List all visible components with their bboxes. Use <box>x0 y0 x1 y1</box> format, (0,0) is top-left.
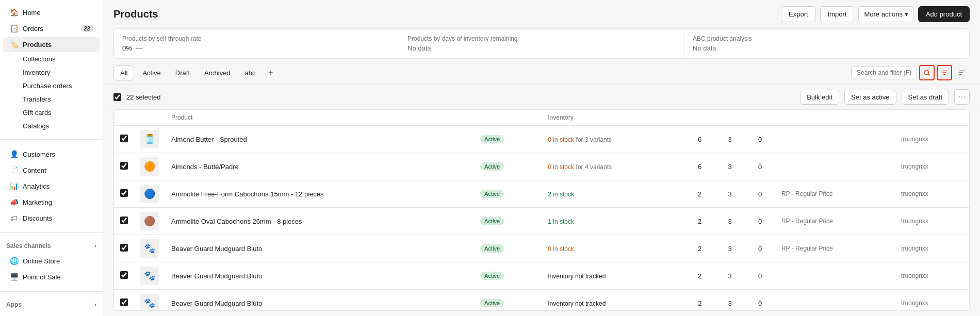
filter-list-icon-btn[interactable] <box>937 65 952 80</box>
variants-count: 3 <box>715 208 745 235</box>
table-row: 🐾 Beaver Guard Mudguard Bluto Active Inv… <box>114 290 969 311</box>
set-active-button[interactable]: Set as active <box>844 90 896 105</box>
discounts-icon: 🏷 <box>9 213 19 223</box>
stat-sell-through[interactable]: Products by sell-through rate 0% — <box>114 29 399 58</box>
stat-days-inventory[interactable]: Products by days of inventory remaining … <box>399 29 684 58</box>
tab-draft[interactable]: Draft <box>169 66 196 80</box>
price-tier <box>775 262 895 290</box>
product-name[interactable]: Ammolite Free-Form Cabochons 15mm - 12 p… <box>171 190 324 198</box>
sort-icon-btn[interactable] <box>954 65 970 80</box>
row-checkbox[interactable] <box>120 217 128 224</box>
markets-count: 6 <box>684 126 715 153</box>
tab-archived[interactable]: Archived <box>198 66 237 80</box>
product-thumbnail: 🐾 <box>140 294 159 311</box>
stat-sell-through-value: 0% — <box>122 44 390 52</box>
product-table: Product Inventory 🫙 Almond Butter - Spro… <box>113 109 970 311</box>
orders-icon: 📋 <box>9 24 19 33</box>
price-tier <box>775 126 895 153</box>
sales-channels-expand-icon[interactable]: › <box>94 242 96 250</box>
stat-days-inventory-title: Products by days of inventory remaining <box>407 35 676 42</box>
stat-abc-title: ABC product analysis <box>693 35 961 42</box>
sidebar-item-products[interactable]: 🏷️ Products <box>3 37 100 52</box>
add-filter-button[interactable]: + <box>264 66 277 79</box>
row-checkbox[interactable] <box>120 162 128 170</box>
markets-count: 2 <box>684 235 715 262</box>
tab-abc[interactable]: abc <box>239 66 262 80</box>
export-button[interactable]: Export <box>781 6 816 22</box>
num4-count: 0 <box>745 180 775 208</box>
product-name[interactable]: Beaver Guard Mudguard Bluto <box>171 300 262 307</box>
product-thumbnail: 🐾 <box>140 267 159 285</box>
sort-icon <box>958 69 966 76</box>
marketing-icon: 📣 <box>9 197 19 207</box>
stock-label: 2 in stock <box>548 191 574 198</box>
row-checkbox[interactable] <box>120 271 128 279</box>
row-checkbox[interactable] <box>120 135 128 142</box>
more-actions-button[interactable]: More actions ▾ <box>858 6 913 22</box>
row-checkbox[interactable] <box>120 189 128 197</box>
add-product-button[interactable]: Add product <box>918 6 970 22</box>
product-name[interactable]: Almond Butter - Sprouted <box>171 136 247 143</box>
variants-count: 3 <box>715 180 745 208</box>
vendor-name: truongnxx <box>895 235 969 262</box>
search-icon-btn[interactable] <box>919 65 935 80</box>
num4-count: 0 <box>745 290 775 311</box>
sidebar-item-gift-cards[interactable]: Gift cards <box>3 106 100 119</box>
sidebar-item-home[interactable]: 🏠 Home <box>3 5 100 20</box>
sidebar-item-customers[interactable]: 👤 Customers <box>3 146 100 162</box>
sidebar-customers-label: Customers <box>23 151 55 158</box>
product-name[interactable]: Ammolite Oval Cabochons 26mm - 8 pieces <box>171 218 302 225</box>
vendor-name: truongnxx <box>895 208 969 235</box>
search-filter-box[interactable]: Search and filter (F) <box>851 66 917 79</box>
status-badge: Active <box>480 244 504 253</box>
sidebar-item-inventory[interactable]: Inventory <box>3 66 100 79</box>
sidebar-pos-label: Point of Sale <box>23 273 61 281</box>
apps-expand-icon[interactable]: › <box>94 301 96 308</box>
sidebar-item-discounts[interactable]: 🏷 Discounts <box>3 210 100 226</box>
sidebar-item-analytics[interactable]: 📊 Analytics <box>3 178 100 194</box>
stat-sell-through-title: Products by sell-through rate <box>122 35 390 42</box>
bulk-edit-button[interactable]: Bulk edit <box>800 90 839 105</box>
product-name[interactable]: Almonds - Butte/Padre <box>171 163 239 171</box>
variants-count: 3 <box>715 290 745 311</box>
tab-all[interactable]: All <box>113 65 134 80</box>
set-draft-button[interactable]: Set as draft <box>902 90 949 105</box>
sidebar-item-content[interactable]: 📄 Content <box>3 162 100 178</box>
import-button[interactable]: Import <box>820 6 855 22</box>
sidebar-item-transfers[interactable]: Transfers <box>3 93 100 106</box>
stock-suffix: for 4 variants <box>576 163 612 171</box>
price-tier: RP - Regular Price <box>775 208 895 235</box>
sidebar-analytics-label: Analytics <box>23 182 50 190</box>
product-name[interactable]: Beaver Guard Mudguard Bluto <box>171 272 262 280</box>
col-variants <box>715 110 745 126</box>
stock-suffix: for 3 variants <box>576 136 612 143</box>
row-checkbox[interactable] <box>120 298 128 306</box>
product-name[interactable]: Beaver Guard Mudguard Bluto <box>171 245 262 253</box>
col-markets <box>684 110 715 126</box>
filter-list-icon <box>941 69 948 76</box>
sidebar-item-litextension[interactable]: 🔌 LitExtension Store Migra... <box>3 312 100 316</box>
stat-abc-analysis[interactable]: ABC product analysis No data <box>684 29 969 58</box>
col-status <box>474 110 542 126</box>
row-checkbox[interactable] <box>120 244 128 252</box>
sidebar-item-collections[interactable]: Collections <box>3 53 100 65</box>
col-inventory: Inventory <box>542 110 684 126</box>
sidebar-item-orders[interactable]: 📋 Orders 22 <box>3 21 100 36</box>
sidebar-item-online-store[interactable]: 🌐 Online Store <box>3 253 100 269</box>
vendor-name: truongnxx <box>895 180 969 208</box>
markets-count: 6 <box>684 153 715 180</box>
sidebar-item-catalogs[interactable]: Catalogs <box>3 120 100 132</box>
search-filter-label: Search and filter (F) <box>857 69 911 76</box>
sidebar: 🏠 Home 📋 Orders 22 🏷️ Products Collectio… <box>0 0 103 316</box>
price-tier: RP - Regular Price <box>775 235 895 262</box>
vendor-name: truongnxx <box>895 126 969 153</box>
tab-active[interactable]: Active <box>136 66 167 80</box>
variants-count: 3 <box>715 126 745 153</box>
sidebar-item-pos[interactable]: 🖥️ Point of Sale <box>3 269 100 285</box>
bulk-more-button[interactable]: ··· <box>954 89 970 105</box>
select-all-checkbox[interactable] <box>113 93 121 101</box>
sidebar-item-purchase-orders[interactable]: Purchase orders <box>3 79 100 92</box>
table-row: 🔵 Ammolite Free-Form Cabochons 15mm - 12… <box>114 180 969 208</box>
sidebar-item-marketing[interactable]: 📣 Marketing <box>3 194 100 210</box>
customers-icon: 👤 <box>9 149 19 159</box>
